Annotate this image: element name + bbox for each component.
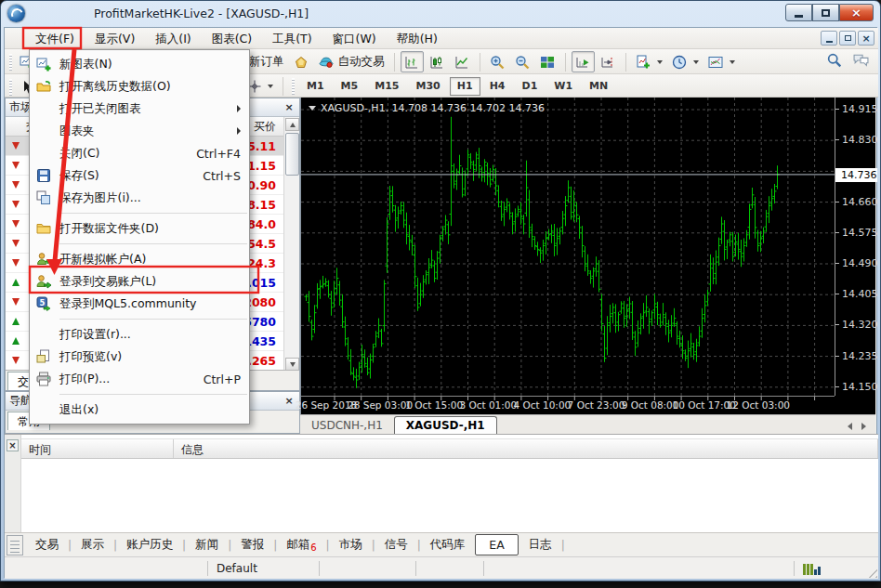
- terminal-tab-2[interactable]: 账户历史: [120, 534, 179, 555]
- menubar-item[interactable]: 插入(I): [145, 28, 201, 49]
- terminal-tab-ea[interactable]: EA: [475, 534, 518, 555]
- timeframe-m30-button[interactable]: M30: [408, 77, 447, 96]
- dock-terminal-icon[interactable]: [7, 535, 23, 555]
- line-chart-button[interactable]: [451, 51, 474, 72]
- scrollbar-thumb[interactable]: [285, 133, 299, 176]
- menu-shortcut: Ctrl+S: [203, 169, 241, 183]
- save-icon: [35, 168, 51, 183]
- file-menu-item[interactable]: 保存(S)Ctrl+S: [30, 164, 249, 187]
- market-watch-close-icon[interactable]: ×: [283, 101, 296, 114]
- menubar-item[interactable]: 帮助(H): [387, 28, 448, 49]
- menubar-item[interactable]: 图表(C): [202, 28, 262, 49]
- menubar-item[interactable]: 工具(T): [262, 28, 322, 49]
- menu-shortcut: Ctrl+F4: [196, 147, 241, 161]
- file-menu-item[interactable]: 打开数据文件夹(D): [30, 217, 249, 240]
- file-menu-item[interactable]: 保存为图片(i)...: [30, 187, 249, 209]
- toolbar-gripper[interactable]: [9, 79, 12, 96]
- terminal-panel: × 时间 信息: [5, 434, 878, 532]
- candles-button[interactable]: [426, 51, 449, 72]
- timeframe-m5-button[interactable]: M5: [334, 77, 366, 96]
- file-menu-item[interactable]: 图表夹: [30, 120, 249, 142]
- file-menu-item[interactable]: 退出(x): [30, 399, 249, 421]
- resize-grip[interactable]: [864, 565, 877, 578]
- file-menu-item[interactable]: 打印设置(r)...: [30, 323, 249, 346]
- price-tick-label: 14.490: [842, 257, 878, 269]
- minimize-button[interactable]: [785, 4, 812, 21]
- message-column-header[interactable]: 信息: [174, 439, 878, 458]
- file-menu-item-label: 开新模拟帐户(A): [59, 252, 146, 268]
- chart-tab[interactable]: XAGUSD-,H1: [394, 416, 497, 434]
- file-menu-item[interactable]: 登录到交易账户(L): [30, 270, 249, 293]
- menubar-item[interactable]: 文件(F): [25, 28, 85, 49]
- chart-shift-button[interactable]: [597, 51, 620, 72]
- profile-selector[interactable]: Default: [217, 562, 257, 575]
- autoscroll-button[interactable]: [572, 51, 595, 72]
- tab-scroll-left-icon[interactable]: [848, 423, 852, 430]
- timeframe-m1-button[interactable]: M1: [299, 77, 332, 96]
- gold-button[interactable]: [290, 51, 313, 72]
- timeframe-h4-button[interactable]: H4: [482, 77, 513, 96]
- mdi-minimize-button[interactable]: [821, 31, 837, 46]
- indicators-button[interactable]: [632, 51, 666, 72]
- periods-button[interactable]: [668, 51, 703, 72]
- timeframe-d1-button[interactable]: D1: [515, 77, 546, 96]
- menu-separator: [59, 394, 247, 395]
- terminal-tab-6[interactable]: 市场: [333, 534, 369, 555]
- close-button[interactable]: ×: [839, 4, 874, 21]
- dropdown-caret-icon[interactable]: [730, 60, 735, 64]
- toolbar-gripper[interactable]: [9, 54, 12, 71]
- terminal-tab-7[interactable]: 信号: [378, 534, 414, 555]
- chat-button[interactable]: [853, 52, 869, 72]
- file-menu-item[interactable]: 开新模拟帐户(A): [30, 248, 249, 270]
- templates-button[interactable]: [704, 51, 739, 72]
- file-menu-item[interactable]: 打印预览(v): [30, 346, 249, 368]
- price-tick-label: 14.150: [842, 381, 878, 393]
- timeframe-m15-button[interactable]: M15: [367, 77, 406, 96]
- terminal-tab-5[interactable]: 邮箱6: [280, 534, 322, 556]
- terminal-tab-0[interactable]: 交易: [29, 534, 65, 555]
- chart-canvas[interactable]: XAGUSD-,H1. 14.708 14.736 14.702 14.736 …: [300, 98, 875, 414]
- timeframe-w1-button[interactable]: W1: [546, 77, 580, 96]
- scroll-down-icon[interactable]: [285, 358, 299, 371]
- file-menu-item[interactable]: 关闭(C)Ctrl+F4: [30, 142, 249, 164]
- time-scale[interactable]: 26 Sep 201828 Sep 03:001 Oct 15:003 Oct …: [301, 397, 835, 414]
- restore-button[interactable]: [812, 4, 839, 21]
- bar-chart-button[interactable]: [401, 51, 424, 72]
- dropdown-caret-icon[interactable]: [268, 85, 273, 88]
- dropdown-caret-icon[interactable]: [657, 60, 663, 64]
- market-watch-scrollbar[interactable]: [283, 117, 299, 372]
- terminal-tab-10[interactable]: 日志: [522, 534, 559, 555]
- zoom-out-button[interactable]: [511, 51, 534, 72]
- terminal-tab-8[interactable]: 代码库: [424, 534, 472, 555]
- price-scale[interactable]: 14.91514.83014.66014.57514.49014.40514.3…: [835, 98, 876, 396]
- file-menu-item[interactable]: 打开离线历史数据(O): [30, 75, 249, 98]
- file-menu-item[interactable]: 5登录到MQL5.community: [30, 293, 249, 315]
- tile-windows-button[interactable]: [536, 51, 559, 72]
- file-menu-item[interactable]: 打开已关闭图表: [30, 98, 249, 120]
- autotrading-button[interactable]: 自动交易: [315, 51, 388, 72]
- terminal-tab-4[interactable]: 警报: [234, 534, 270, 555]
- file-menu-item[interactable]: 新图表(N): [30, 53, 249, 75]
- timeframe-h1-button[interactable]: H1: [450, 77, 480, 96]
- chart-tab[interactable]: USDCNH-,H1: [300, 417, 394, 434]
- chevron-down-icon[interactable]: [309, 106, 316, 111]
- terminal-tab-1[interactable]: 展示: [74, 534, 111, 555]
- mdi-restore-button[interactable]: [839, 31, 856, 46]
- tab-scroll-right-icon[interactable]: [861, 423, 866, 430]
- zoom-in-button[interactable]: [486, 51, 509, 72]
- scroll-up-icon[interactable]: [285, 118, 299, 131]
- file-menu-item-label: 打印设置(r)...: [59, 327, 131, 343]
- dropdown-caret-icon[interactable]: [693, 60, 699, 64]
- search-button[interactable]: [826, 52, 842, 72]
- navigator-close-icon[interactable]: ×: [283, 395, 296, 408]
- menubar-item[interactable]: 显示(V): [85, 28, 145, 49]
- indicators-icon: [636, 55, 651, 70]
- timeframe-mn-button[interactable]: MN: [582, 77, 615, 96]
- menubar-item[interactable]: 窗口(W): [322, 28, 387, 49]
- file-menu-item[interactable]: 打印(P)...Ctrl+P: [30, 368, 249, 390]
- mdi-close-button[interactable]: ×: [858, 31, 874, 46]
- terminal-tab-3[interactable]: 新闻: [189, 534, 225, 555]
- time-column-header[interactable]: 时间: [21, 439, 174, 458]
- terminal-close-icon[interactable]: ×: [7, 439, 19, 451]
- terminal-gutter: ×: [5, 435, 21, 533]
